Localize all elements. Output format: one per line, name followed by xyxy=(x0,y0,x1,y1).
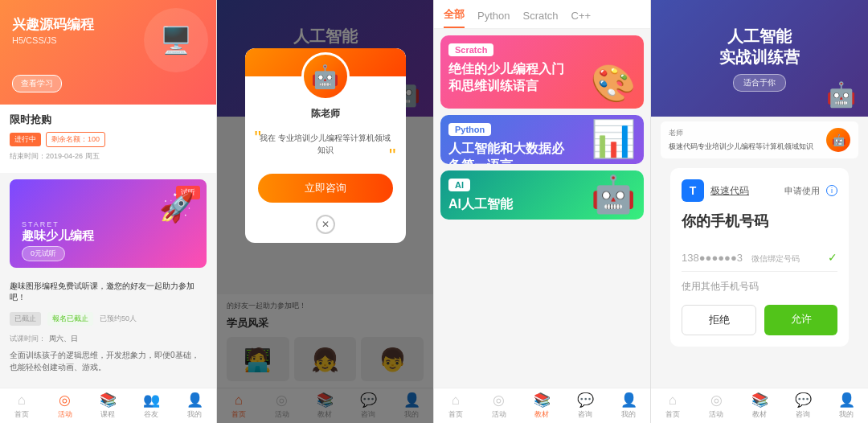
panel4-phone-input: 138●●●●●●3 微信绑定号码 ✓ xyxy=(682,244,837,272)
nav3-material-icon: 📚 xyxy=(534,392,551,409)
nav3-activity[interactable]: ◎ 活动 xyxy=(477,392,521,420)
panel4-verify-label: 微信绑定号码 xyxy=(751,254,800,263)
tab-python[interactable]: Python xyxy=(477,10,510,28)
badge-enrolled: 報名已截止 xyxy=(47,312,93,326)
panel4-phone-number: 138●●●●●●3 xyxy=(682,252,743,264)
panel4-hero: 人工智能 实战训练营 适合于你 🤖 xyxy=(651,0,868,117)
nav1-community[interactable]: 👥 谷友 xyxy=(129,392,173,420)
nav4-home-label: 首页 xyxy=(665,409,680,420)
panel4-action-btns: 拒绝 允许 xyxy=(682,305,837,335)
panel2-modal-avatar: 🤖 xyxy=(301,52,350,101)
nav3-consult-icon: 💬 xyxy=(577,392,594,409)
panel1-meta4: 周六、日 xyxy=(49,335,78,343)
panel1-badges: 进行中 剩余名额：100 xyxy=(10,132,207,147)
panel4-sm-label: 老师 xyxy=(669,128,850,139)
nav4-consult[interactable]: 💬 咨询 xyxy=(781,392,825,420)
panel3-nav: ⌂ 首页 ◎ 活动 📚 教材 💬 咨询 👤 我的 xyxy=(434,388,650,423)
panel4-other-phone[interactable]: 使用其他手机号码 xyxy=(682,280,837,294)
nav4-profile-icon: 👤 xyxy=(838,392,855,409)
panel3-content: Scratch 绝佳的少儿编程入门和思维训练语言 🎨 趣味图形编程 ¥7,300… xyxy=(434,29,650,388)
nav4-material[interactable]: 📚 教材 xyxy=(738,392,781,420)
panel2-modal: 🤖 陈老师 我在 专业培训少儿编程等计算机领域知识 立即咨询 ✕ xyxy=(245,48,406,243)
panel1-hero: 兴趣源码编程 H5/CSS/JS 查看学习 xyxy=(0,0,216,105)
nav1-profile[interactable]: 👤 我的 xyxy=(173,392,216,420)
nav3-consult[interactable]: 💬 咨询 xyxy=(563,392,607,420)
panel2-modal-quote: 我在 专业培训少儿编程等计算机领域知识 xyxy=(245,127,406,161)
nav1-profile-label: 我的 xyxy=(187,409,202,420)
nav1-courses-label: 课程 xyxy=(100,409,115,420)
nav1-home[interactable]: ⌂ 首页 xyxy=(0,392,43,420)
panel4-app-name: 极速代码 xyxy=(710,184,778,198)
panel-3: 全部 Python Scratch C++ Scratch 绝佳的少儿编程入门和… xyxy=(434,0,651,423)
nav1-home-label: 首页 xyxy=(14,409,29,420)
nav1-activity-icon: ◎ xyxy=(59,392,71,409)
tab-scratch[interactable]: Scratch xyxy=(522,10,558,28)
nav4-profile[interactable]: 👤 我的 xyxy=(825,392,868,420)
nav3-material-label: 教材 xyxy=(534,409,549,420)
panel1-trial-btn[interactable]: 0元试听 xyxy=(22,246,65,261)
panel3-tabs: 全部 Python Scratch C++ xyxy=(434,0,650,29)
panel3-card-python-hero: Python 人工智能和大数据必备第一语言 📊 xyxy=(440,115,644,164)
panel1-trial-title: 趣味少儿编程 xyxy=(22,228,94,244)
panel4-phone-title: 你的手机号码 xyxy=(682,212,837,231)
nav1-community-icon: 👥 xyxy=(143,392,160,409)
panel4-hero-content: 人工智能 实战训练营 适合于你 xyxy=(719,26,800,92)
panel3-ai-title: AI人工智能 xyxy=(448,196,571,213)
panel3-ai-badge: AI xyxy=(448,179,470,191)
nav1-courses[interactable]: 📚 课程 xyxy=(87,392,130,420)
panel4-info-icon[interactable]: i xyxy=(826,185,837,196)
nav3-profile[interactable]: 👤 我的 xyxy=(607,392,650,420)
panel1-hero-decoration xyxy=(144,8,208,72)
panel3-python-decoration: 📊 xyxy=(591,117,636,160)
panel3-card-scratch: Scratch 绝佳的少儿编程入门和思维训练语言 🎨 趣味图形编程 ¥7,300… xyxy=(440,35,644,109)
panel4-nav: ⌂ 首页 ◎ 活动 📚 教材 💬 咨询 👤 我的 xyxy=(651,388,868,423)
panel4-sm-avatar: 🤖 xyxy=(826,128,850,152)
panel3-scratch-decoration: 🎨 xyxy=(591,62,636,105)
panel4-deny-btn[interactable]: 拒绝 xyxy=(682,305,756,335)
panel1-meta: 已截止 報名已截止 已预约50人 xyxy=(0,310,216,328)
nav1-activity[interactable]: ◎ 活动 xyxy=(43,392,87,420)
nav4-activity[interactable]: ◎ 活动 xyxy=(694,392,738,420)
panel-1: 兴趣源码编程 H5/CSS/JS 查看学习 限时抢购 进行中 剩余名额：100 … xyxy=(0,0,217,423)
nav4-home[interactable]: ⌂ 首页 xyxy=(651,392,694,420)
panel2-modal-overlay: 🤖 陈老师 我在 专业培训少儿编程等计算机领域知识 立即咨询 ✕ xyxy=(217,0,433,423)
panel1-end-time: 结束时间：2019-04-26 周五 xyxy=(10,151,207,162)
nav1-home-icon: ⌂ xyxy=(18,392,26,409)
panel3-python-badge: Python xyxy=(448,123,491,136)
nav1-community-label: 谷友 xyxy=(144,409,158,420)
nav3-home-icon: ⌂ xyxy=(452,392,460,409)
panel1-desc: 全面训练孩子的逻辑思维，开发想象力，即便0基础，也能轻松创建动画、游戏。 xyxy=(0,346,216,376)
panel2-modal-cta[interactable]: 立即咨询 xyxy=(258,174,393,203)
nav3-activity-icon: ◎ xyxy=(493,392,505,409)
nav3-home[interactable]: ⌂ 首页 xyxy=(434,392,477,420)
tab-all[interactable]: 全部 xyxy=(444,7,465,28)
panel1-trial-card-text: STARET 趣味少儿编程 xyxy=(22,220,94,244)
nav3-home-label: 首页 xyxy=(448,409,463,420)
panel1-hero-title: 兴趣源码编程 xyxy=(12,16,94,34)
panel1-flash-sale: 限时抢购 进行中 剩余名额：100 结束时间：2019-04-26 周五 xyxy=(0,105,216,173)
panel2-modal-name: 陈老师 xyxy=(245,107,406,121)
panel4-small-modal-wrap: 🤖 老师 极速代码专业培训少儿编程等计算机领域知识 xyxy=(651,117,868,163)
nav3-profile-icon: 👤 xyxy=(620,392,637,409)
panel1-hero-btn[interactable]: 查看学习 xyxy=(12,75,62,92)
panel1-meta3: 已预约50人 xyxy=(100,314,137,324)
nav1-profile-icon: 👤 xyxy=(186,392,203,409)
panel4-phone-header: T 极速代码 申请使用 i xyxy=(682,179,837,202)
nav3-material[interactable]: 📚 教材 xyxy=(521,392,564,420)
panel3-python-title: 人工智能和大数据必备第一语言 xyxy=(448,141,571,164)
nav4-consult-label: 咨询 xyxy=(796,409,810,420)
panel-4: 人工智能 实战训练营 适合于你 🤖 🤖 老师 极速代码专业培训少儿编程等计算机领… xyxy=(651,0,868,423)
badge-ended: 已截止 xyxy=(10,312,41,326)
panel2-modal-close[interactable]: ✕ xyxy=(316,215,335,234)
nav4-consult-icon: 💬 xyxy=(795,392,812,409)
tab-cpp[interactable]: C++ xyxy=(571,10,592,28)
nav4-profile-label: 我的 xyxy=(839,409,854,420)
panel4-hero-btn[interactable]: 适合于你 xyxy=(733,74,786,92)
nav3-activity-label: 活动 xyxy=(492,409,506,420)
panel4-hero-title: 人工智能 实战训练营 xyxy=(719,26,800,68)
nav4-material-label: 教材 xyxy=(752,409,767,420)
panel4-check-icon: ✓ xyxy=(828,251,837,264)
panel4-allow-btn[interactable]: 允许 xyxy=(764,305,837,335)
panel1-flash-title: 限时抢购 xyxy=(10,113,207,127)
panel1-day-info: 试课时间： 周六、日 xyxy=(0,328,216,346)
